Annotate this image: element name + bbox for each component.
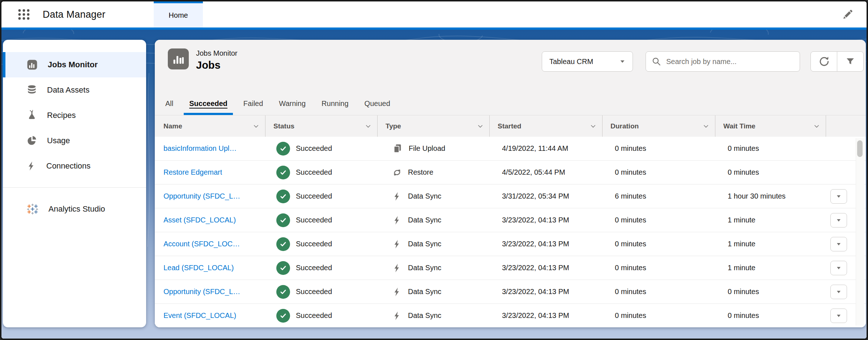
search-icon: [652, 57, 661, 66]
table-row: Opportunity (SFDC_L… SucceededData Sync3…: [155, 280, 866, 304]
success-check-icon: [276, 190, 290, 203]
row-actions-dropdown-button[interactable]: [830, 261, 847, 275]
scrollbar-thumb[interactable]: [857, 140, 863, 157]
name-cell: Event (SFDC_LOCAL): [155, 304, 265, 327]
flask-icon: [26, 110, 38, 121]
started-cell: 3/23/2022, 04:13 PM: [490, 280, 603, 303]
sidebar-item-label: Connections: [46, 161, 90, 171]
chevron-down-icon: [253, 123, 259, 129]
data-sync-icon: [392, 215, 402, 225]
filter-button[interactable]: [837, 52, 863, 71]
started-cell: 3/23/2022, 04:13 PM: [490, 208, 603, 232]
lightning-icon: [26, 161, 37, 171]
job-name-link[interactable]: Account (SFDC_LOC…: [163, 240, 240, 248]
wait-time-cell: 0 minutes: [715, 304, 826, 327]
tab-failed[interactable]: Failed: [238, 94, 268, 115]
duration-cell: 6 minutes: [603, 184, 715, 208]
sidebar-item-data-assets[interactable]: Data Assets: [3, 77, 146, 103]
job-name-link[interactable]: basicInformation Upl…: [163, 144, 237, 153]
status-text: Succeeded: [296, 216, 332, 224]
sidebar-item-connections[interactable]: Connections: [3, 153, 146, 179]
row-actions-dropdown-button[interactable]: [830, 285, 847, 299]
status-text: Succeeded: [296, 192, 332, 200]
restore-icon: [392, 167, 402, 178]
refresh-button[interactable]: [811, 52, 837, 71]
duration-cell: 0 minutes: [603, 137, 715, 160]
sidebar-item-label: Data Assets: [47, 85, 89, 95]
sidebar-item-jobs-monitor[interactable]: Jobs Monitor: [3, 52, 146, 77]
started-cell: 3/23/2022, 04:13 PM: [490, 304, 603, 327]
duration-cell: 0 minutes: [603, 304, 715, 327]
tab-home[interactable]: Home: [154, 1, 203, 27]
column-header-type[interactable]: Type: [378, 115, 490, 137]
sidebar-item-analytics-studio[interactable]: Analytics Studio: [3, 196, 146, 222]
table-row: Asset (SFDC_LOCAL) SucceededData Sync3/2…: [155, 208, 866, 232]
sidebar-item-recipes[interactable]: Recipes: [3, 103, 146, 128]
type-text: Data Sync: [408, 288, 441, 296]
chevron-down-icon: [365, 123, 371, 129]
table-row: Lead (SFDC_LOCAL) SucceededData Sync3/23…: [155, 256, 866, 280]
action-dropdown-icon: [836, 289, 841, 294]
type-text: Data Sync: [408, 216, 441, 224]
sidebar: Jobs MonitorData AssetsRecipesUsageConne…: [3, 40, 146, 327]
jobs-monitor-panel: Jobs Monitor Jobs Tableau CRM: [155, 40, 866, 327]
tab-all[interactable]: All: [160, 94, 179, 115]
column-label: Wait Time: [723, 122, 756, 130]
started-cell: 3/23/2022, 04:13 PM: [490, 232, 603, 256]
success-check-icon: [276, 213, 290, 227]
tab-queued[interactable]: Queued: [359, 94, 396, 115]
column-header-wait-time[interactable]: Wait Time: [715, 115, 826, 137]
app-launcher-icon[interactable]: [17, 8, 30, 21]
job-name-link[interactable]: Asset (SFDC_LOCAL): [163, 216, 236, 224]
workspace-background: Jobs MonitorData AssetsRecipesUsageConne…: [1, 30, 867, 339]
row-actions-dropdown-button[interactable]: [830, 309, 847, 323]
edit-pencil-icon[interactable]: [842, 9, 854, 20]
type-text: Data Sync: [408, 311, 441, 320]
wait-time-cell: 1 hour 30 minutes: [715, 184, 826, 208]
sidebar-item-label: Recipes: [47, 111, 76, 120]
page-title: Jobs: [196, 59, 221, 71]
scrollbar[interactable]: [856, 138, 864, 326]
success-check-icon: [276, 285, 290, 299]
column-header-duration[interactable]: Duration: [603, 115, 715, 137]
dropdown-arrow-icon: [620, 59, 625, 64]
tab-warning[interactable]: Warning: [273, 94, 311, 115]
tab-running[interactable]: Running: [316, 94, 354, 115]
sidebar-item-usage[interactable]: Usage: [3, 128, 146, 153]
job-name-link[interactable]: Restore Edgemart: [163, 168, 222, 177]
success-check-icon: [276, 142, 290, 156]
data-manager-window: Data Manager Home Jobs MonitorData As: [0, 0, 868, 340]
column-header-status[interactable]: Status: [265, 115, 378, 137]
row-actions-dropdown-button[interactable]: [830, 237, 847, 251]
status-text: Succeeded: [296, 144, 332, 153]
status-cell: Succeeded: [265, 161, 378, 184]
table-row: basicInformation Upl… SucceededFile Uplo…: [155, 137, 866, 161]
tableau-logo-icon: [26, 203, 39, 216]
job-name-link[interactable]: Event (SFDC_LOCAL): [163, 311, 236, 320]
started-cell: 3/31/2022, 05:34 PM: [490, 184, 603, 208]
top-header-bar: Data Manager Home: [1, 1, 867, 27]
database-icon: [26, 84, 38, 96]
status-cell: Succeeded: [265, 256, 378, 280]
job-name-link[interactable]: Opportunity (SFDC_L…: [163, 288, 240, 296]
sidebar-item-label: Jobs Monitor: [48, 60, 98, 69]
data-sync-icon: [392, 287, 402, 297]
search-job-input[interactable]: [665, 57, 794, 66]
tab-succeeded[interactable]: Succeeded: [184, 94, 233, 115]
job-name-link[interactable]: Lead (SFDC_LOCAL): [163, 264, 234, 272]
column-label: Started: [498, 122, 521, 130]
success-check-icon: [276, 166, 290, 179]
column-header-started[interactable]: Started: [490, 115, 603, 137]
type-cell: Data Sync: [378, 256, 490, 280]
job-name-link[interactable]: Opportunity (SFDC_L…: [163, 192, 240, 200]
row-actions-dropdown-button[interactable]: [830, 213, 847, 228]
column-header-name[interactable]: Name: [155, 115, 265, 137]
row-actions-dropdown-button[interactable]: [830, 189, 847, 204]
column-label: Name: [163, 122, 182, 130]
wait-time-cell: 0 minutes: [715, 137, 826, 160]
type-cell: File Upload: [378, 137, 490, 160]
refresh-icon: [818, 56, 829, 67]
sidebar-footer-nav: Analytics Studio: [3, 196, 146, 222]
status-text: Succeeded: [296, 240, 332, 248]
app-filter-dropdown[interactable]: Tableau CRM: [542, 51, 633, 72]
